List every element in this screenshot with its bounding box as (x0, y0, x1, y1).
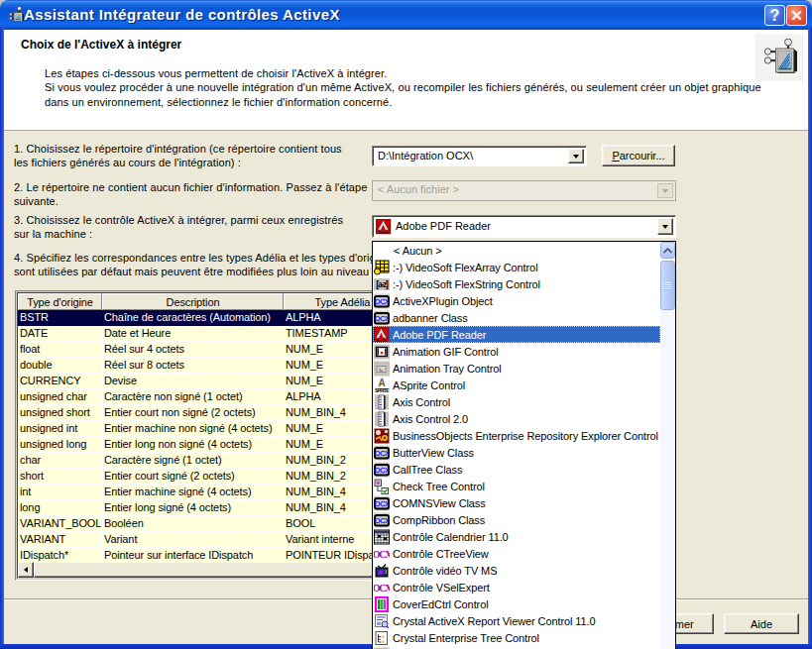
svg-text:OCX: OCX (374, 583, 390, 594)
svg-text:Adobe: Adobe (376, 338, 386, 342)
svg-text:SPRITE: SPRITE (375, 386, 390, 392)
svg-text:OCX: OCX (375, 314, 390, 323)
svg-text:OCX: OCX (374, 549, 390, 560)
svg-text:OCX: OCX (375, 449, 390, 458)
svg-text:OCX: OCX (375, 466, 390, 475)
svg-text:OCX: OCX (375, 499, 390, 508)
svg-text:Adobe: Adobe (378, 231, 389, 235)
svg-text:OCX: OCX (375, 297, 390, 306)
svg-text:[a-z]: [a-z] (376, 279, 389, 289)
svg-text:OCX: OCX (375, 516, 390, 525)
